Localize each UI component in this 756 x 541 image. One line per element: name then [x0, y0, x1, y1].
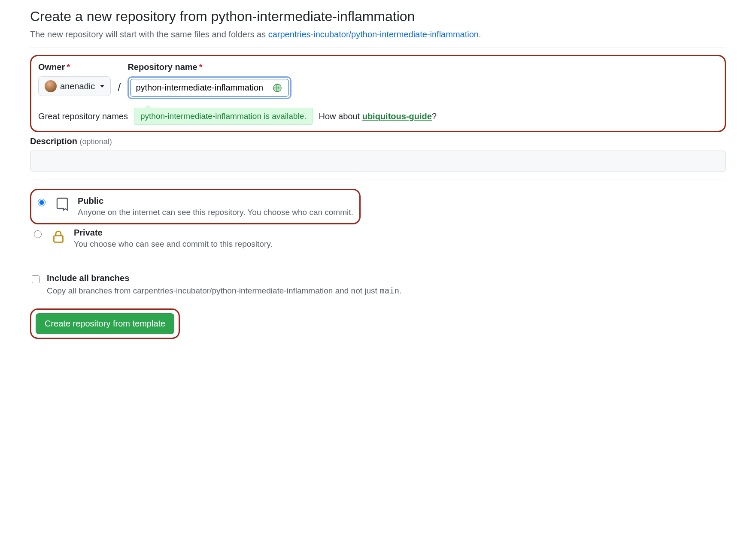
owner-name: anenadic [60, 82, 95, 91]
include-branches-row[interactable]: Include all branches Copy all branches f… [30, 269, 726, 300]
repo-name-label: Repository name* [128, 62, 291, 72]
owner-label: Owner* [38, 62, 111, 72]
visibility-private-radio[interactable] [34, 230, 42, 238]
availability-pill: python-intermediate-inflammation is avai… [134, 108, 313, 125]
template-repo-link[interactable]: carpentries-incubator/python-intermediat… [268, 30, 479, 39]
avatar [45, 80, 57, 92]
hint-prefix: Great repository names [38, 112, 128, 121]
owner-select-button[interactable]: anenadic [38, 76, 111, 96]
subhead-prefix: The new repository will start with the s… [30, 30, 268, 39]
lock-icon [51, 229, 66, 244]
optional-label: (optional) [80, 137, 112, 146]
include-branches-title: Include all branches [47, 273, 401, 283]
owner-repo-highlight: Owner* anenadic / Repository name* [30, 55, 726, 132]
visibility-private-desc: You choose who can see and commit to thi… [74, 239, 273, 249]
visibility-group: Public Anyone on the internet can see th… [30, 186, 726, 255]
visibility-public-radio[interactable] [38, 199, 46, 206]
divider [30, 179, 726, 179]
visibility-public-title: Public [78, 196, 353, 206]
description-label: Description (optional) [30, 136, 726, 146]
hint-about-wrap: How about ubiquitous-guide? [319, 112, 437, 121]
owner-repo-separator: / [115, 81, 123, 94]
divider [30, 262, 726, 262]
repo-icon [55, 197, 70, 212]
chevron-down-icon [100, 85, 104, 88]
globe-check-icon [273, 83, 282, 93]
description-input[interactable] [30, 151, 726, 172]
public-option-highlight: Public Anyone on the internet can see th… [30, 189, 361, 224]
include-branches-desc: Copy all branches from carpentries-incub… [47, 286, 401, 296]
page-title: Create a new repository from python-inte… [30, 9, 726, 24]
visibility-public-desc: Anyone on the internet can see this repo… [78, 208, 353, 217]
visibility-private-row[interactable]: Private You choose who can see and commi… [30, 224, 726, 252]
create-repository-button[interactable]: Create repository from template [36, 313, 174, 334]
suggested-name-link[interactable]: ubiquitous-guide [362, 112, 432, 121]
include-branches-checkbox[interactable] [32, 275, 39, 283]
visibility-private-title: Private [74, 228, 273, 238]
main-branch-code: main [380, 286, 399, 295]
divider [30, 48, 726, 48]
subhead-suffix: . [479, 30, 481, 39]
required-asterisk: * [67, 62, 70, 72]
required-asterisk: * [199, 62, 203, 72]
submit-highlight: Create repository from template [30, 308, 180, 339]
svg-rect-1 [54, 236, 63, 242]
page-subhead: The new repository will start with the s… [30, 28, 726, 41]
repo-name-input[interactable] [130, 79, 289, 97]
visibility-public-row[interactable]: Public Anyone on the internet can see th… [34, 193, 355, 221]
